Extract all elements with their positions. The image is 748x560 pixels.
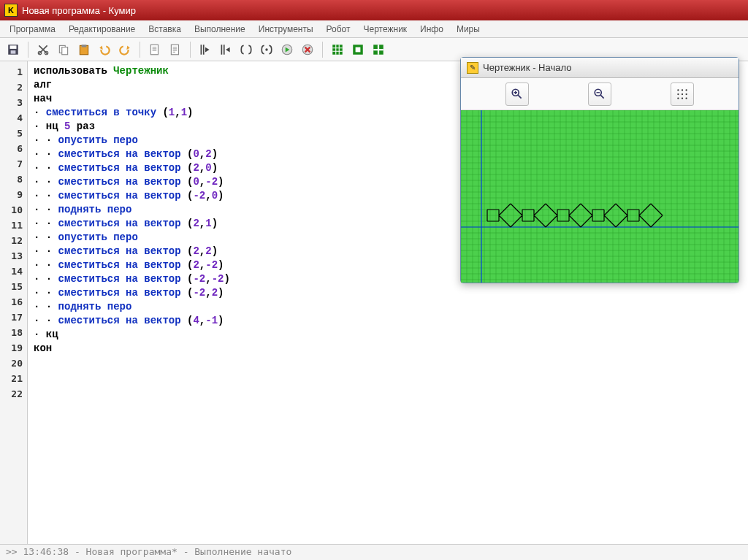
undo-icon[interactable] — [96, 41, 113, 58]
statusbar: >> 13:46:38 - Новая программа* - Выполне… — [0, 544, 748, 560]
grid-icon[interactable] — [329, 41, 346, 58]
line-number: 16 — [0, 294, 27, 310]
svg-point-27 — [682, 97, 683, 99]
doc-icon[interactable] — [167, 41, 184, 58]
svg-rect-10 — [171, 45, 178, 55]
line-number: 21 — [0, 371, 27, 386]
line-number: 1 — [0, 64, 27, 80]
svg-point-22 — [686, 89, 687, 91]
line-number: 4 — [0, 110, 27, 126]
app-icon: K — [4, 4, 18, 17]
menu-robot[interactable]: Робот — [320, 22, 357, 37]
menu-program[interactable]: Программа — [3, 22, 62, 37]
line-number: 22 — [0, 386, 27, 402]
svg-point-11 — [265, 48, 267, 50]
line-number: 10 — [0, 202, 27, 218]
grid3-icon[interactable] — [370, 41, 387, 58]
menu-info[interactable]: Инфо — [413, 22, 450, 37]
drawer-window[interactable]: ✎ Чертежник - Начало — [460, 57, 739, 283]
copy-icon[interactable] — [55, 41, 72, 58]
svg-point-23 — [678, 93, 679, 94]
drawer-toolbar — [461, 78, 739, 110]
line-number: 18 — [0, 325, 27, 340]
braces-icon[interactable] — [237, 41, 255, 58]
svg-rect-29 — [461, 110, 739, 283]
svg-point-28 — [686, 97, 687, 99]
new-doc-icon[interactable] — [146, 41, 164, 58]
zoom-in-icon[interactable] — [505, 83, 529, 106]
svg-rect-8 — [82, 45, 87, 47]
svg-rect-1 — [10, 45, 17, 49]
svg-point-26 — [678, 97, 679, 99]
status-text: >> 13:46:38 - Новая программа* - Выполне… — [6, 546, 291, 557]
code-line[interactable]: · · поднять перо — [34, 300, 742, 314]
svg-point-20 — [678, 89, 679, 91]
drawer-canvas[interactable] — [461, 110, 739, 283]
menubar: Программа Редактирование Вставка Выполне… — [0, 20, 748, 38]
line-number: 20 — [0, 356, 27, 371]
svg-rect-2 — [11, 50, 16, 54]
line-number: 19 — [0, 340, 27, 356]
drawer-titlebar[interactable]: ✎ Чертежник - Начало — [461, 58, 739, 78]
line-number: 14 — [0, 264, 27, 279]
svg-rect-9 — [150, 45, 158, 55]
svg-rect-16 — [356, 47, 361, 52]
line-number: 13 — [0, 248, 27, 264]
line-number: 15 — [0, 279, 27, 294]
svg-rect-14 — [332, 45, 343, 55]
line-number: 8 — [0, 172, 27, 187]
window-title: Новая программа - Кумир — [22, 5, 136, 16]
grid2-icon[interactable] — [349, 41, 367, 58]
code-line[interactable]: · кц — [34, 328, 742, 342]
code-line[interactable]: кон — [34, 342, 742, 356]
menu-execution[interactable]: Выполнение — [188, 22, 252, 37]
run-play-icon[interactable] — [278, 41, 296, 58]
save-icon[interactable] — [4, 41, 22, 58]
braces2-icon[interactable] — [258, 41, 275, 58]
menu-tools[interactable]: Инструменты — [252, 22, 320, 37]
menu-drawer[interactable]: Чертежник — [357, 22, 414, 37]
svg-point-21 — [682, 89, 683, 91]
line-gutter: 12345678910111213141516171819202122 — [0, 61, 28, 544]
line-number: 3 — [0, 95, 27, 110]
line-number: 11 — [0, 218, 27, 233]
line-number: 6 — [0, 141, 27, 156]
run-step-icon[interactable] — [217, 41, 234, 58]
line-number: 5 — [0, 126, 27, 141]
window-titlebar: K Новая программа - Кумир — [0, 0, 748, 20]
line-number: 2 — [0, 80, 27, 95]
cut-icon[interactable] — [34, 41, 52, 58]
line-number: 12 — [0, 233, 27, 248]
menu-insert[interactable]: Вставка — [142, 22, 188, 37]
line-number: 17 — [0, 310, 27, 325]
stop-icon[interactable] — [299, 41, 316, 58]
paste-icon[interactable] — [75, 41, 93, 58]
line-number: 9 — [0, 187, 27, 202]
code-line[interactable]: · · сместиться на вектор (4,-1) — [34, 314, 742, 328]
run-start-icon[interactable] — [196, 41, 214, 58]
drawer-icon: ✎ — [467, 62, 478, 74]
svg-point-25 — [686, 93, 687, 94]
redo-icon[interactable] — [116, 41, 134, 58]
grid-view-icon[interactable] — [671, 83, 694, 106]
menu-edit[interactable]: Редактирование — [62, 22, 142, 37]
svg-point-24 — [682, 93, 683, 94]
line-number: 7 — [0, 156, 27, 172]
zoom-out-icon[interactable] — [588, 83, 611, 106]
svg-rect-6 — [62, 47, 68, 54]
drawer-title: Чертежник - Начало — [483, 62, 571, 73]
menu-worlds[interactable]: Миры — [450, 22, 486, 37]
code-line[interactable]: · · сместиться на вектор (-2,2) — [34, 286, 742, 300]
